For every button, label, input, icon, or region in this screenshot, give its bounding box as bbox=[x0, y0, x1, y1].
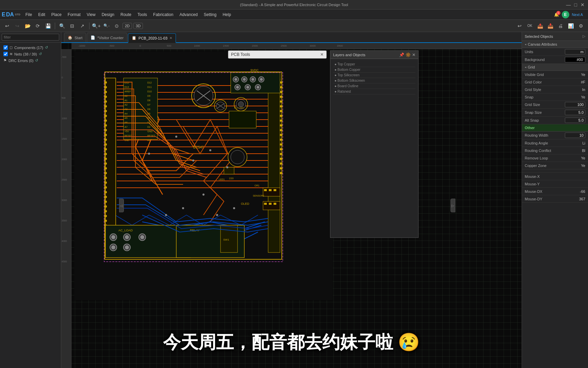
svg-text:AREF: AREF bbox=[125, 90, 131, 93]
next-btn[interactable]: Next A bbox=[572, 13, 583, 17]
components-checkbox[interactable] bbox=[3, 45, 8, 50]
menu-view[interactable]: View bbox=[84, 11, 98, 18]
menu-file[interactable]: File bbox=[23, 11, 35, 18]
grid-color-value[interactable]: #F bbox=[565, 80, 585, 84]
export1-btn[interactable]: 📤 bbox=[536, 21, 544, 30]
svg-rect-68 bbox=[280, 139, 282, 141]
svg-point-167 bbox=[148, 153, 150, 155]
snap-size-value[interactable]: 5.0 bbox=[565, 110, 585, 115]
layer-item[interactable]: ● Ratsnest bbox=[333, 89, 415, 94]
maximize-btn[interactable]: □ bbox=[574, 2, 577, 7]
settings2-btn[interactable]: ⚙ bbox=[576, 21, 585, 30]
nets-checkbox[interactable] bbox=[3, 52, 8, 56]
canvas-attributes-section[interactable]: ◂ Canvas Attributes bbox=[522, 41, 588, 48]
tab-start[interactable]: 🏠 Start bbox=[64, 33, 86, 42]
2d-btn[interactable]: 2D bbox=[122, 23, 132, 29]
routing-angle-value[interactable]: Li bbox=[565, 141, 585, 145]
units-value[interactable]: m bbox=[565, 49, 585, 55]
pcb-tools-panel[interactable]: PCB Tools ✕ bbox=[228, 50, 327, 59]
save-btn[interactable]: 💾 bbox=[44, 21, 52, 30]
export2-btn[interactable]: 📥 bbox=[546, 21, 555, 30]
cursor-btn[interactable]: ↗ bbox=[78, 21, 87, 30]
3d-btn[interactable]: 3D bbox=[133, 23, 143, 29]
layers-pin-icon[interactable]: 📌 bbox=[399, 52, 404, 57]
undo-btn[interactable]: ↩ bbox=[3, 21, 12, 30]
menu-place[interactable]: Place bbox=[49, 11, 64, 18]
ok-btn[interactable]: OK bbox=[525, 21, 534, 30]
layer-item[interactable]: ● Bottom Copper bbox=[333, 67, 415, 73]
sidebar-components[interactable]: ◻ Components (17) ↺ bbox=[2, 44, 59, 51]
notification-icon[interactable]: 🔔 1 bbox=[554, 12, 559, 17]
menu-format[interactable]: Format bbox=[65, 11, 83, 18]
svg-rect-163 bbox=[274, 189, 276, 191]
redo-btn[interactable]: ↪ bbox=[13, 21, 22, 30]
units-label: Units bbox=[525, 50, 565, 54]
layer-item[interactable]: ● Top Silkscreen bbox=[333, 73, 415, 78]
layer-item[interactable]: ● Top Copper bbox=[333, 62, 415, 67]
prop-routing-width: Routing Width 10 bbox=[522, 132, 588, 139]
grid-size-value[interactable]: 100 bbox=[565, 102, 585, 107]
tab-visitor-label: *Visitor Counter bbox=[97, 36, 124, 40]
minimize-btn[interactable]: — bbox=[566, 2, 571, 7]
components-refresh[interactable]: ↺ bbox=[45, 45, 48, 50]
svg-rect-60 bbox=[280, 101, 282, 103]
visible-grid-value[interactable]: Ye bbox=[565, 73, 585, 77]
close-btn[interactable]: ✕ bbox=[581, 2, 585, 7]
menu-setting[interactable]: Setting bbox=[201, 11, 219, 18]
snap-value[interactable]: Ye bbox=[565, 95, 585, 99]
svg-rect-132 bbox=[229, 111, 256, 128]
menu-edit[interactable]: Edit bbox=[35, 11, 48, 18]
svg-rect-23 bbox=[104, 91, 107, 93]
copper-zone-value[interactable]: Ye bbox=[565, 164, 585, 168]
pcb-tools-close[interactable]: ✕ bbox=[320, 52, 324, 57]
sidebar-drc[interactable]: ⚑ DRC Errors (0) ↺ bbox=[2, 57, 59, 64]
svg-point-150 bbox=[140, 235, 144, 239]
svg-text:LED1: LED1 bbox=[219, 178, 225, 181]
align-btn[interactable]: ⊟ bbox=[68, 21, 77, 30]
svg-point-173 bbox=[182, 207, 184, 209]
layers-highlight-icon[interactable]: 🔆 bbox=[406, 52, 411, 57]
tab-pcb-close[interactable]: ✕ bbox=[169, 36, 172, 40]
menu-route[interactable]: Route bbox=[118, 11, 134, 18]
menu-advanced[interactable]: Advanced bbox=[177, 11, 200, 18]
collapse-left-btn[interactable]: ◁ bbox=[119, 199, 124, 212]
menu-tools[interactable]: Tools bbox=[135, 11, 150, 18]
routing-conflict-value[interactable]: Bl bbox=[565, 149, 585, 153]
zoom-out-btn[interactable]: 🔍- bbox=[102, 21, 111, 30]
other-section-header[interactable]: Other bbox=[522, 124, 588, 132]
grid-style-value[interactable]: In bbox=[565, 88, 585, 92]
canvas-area[interactable]: -1000 -500 0 500 1000 1500 2000 2500 300… bbox=[61, 43, 522, 368]
export4-btn[interactable]: 📊 bbox=[566, 21, 575, 30]
svg-rect-63 bbox=[280, 115, 282, 117]
filter-input[interactable] bbox=[2, 34, 59, 41]
menu-fabrication[interactable]: Fabrication bbox=[150, 11, 176, 18]
user-avatar[interactable]: E bbox=[562, 11, 569, 18]
menu-help[interactable]: Help bbox=[220, 11, 234, 18]
tab-pcb[interactable]: 📋 PCB_2020-11-03 ✕ bbox=[128, 33, 176, 43]
remove-loop-value[interactable]: Ye bbox=[565, 156, 585, 160]
right-panel-expand[interactable]: ▷ bbox=[583, 34, 585, 39]
alt-snap-value[interactable]: 5.0 bbox=[565, 118, 585, 123]
layer-item[interactable]: ● Bottom Silkscreen bbox=[333, 78, 415, 83]
app-logo: EDASTD bbox=[2, 12, 20, 18]
fit-btn[interactable]: ⊙ bbox=[112, 21, 121, 30]
layer-item[interactable]: ● Board Outline bbox=[333, 83, 415, 89]
prop-grid-style: Grid Style In bbox=[522, 86, 588, 93]
grid-section[interactable]: ◂ Grid bbox=[522, 64, 588, 71]
bg-value[interactable]: #00 bbox=[565, 57, 585, 62]
undo2-btn[interactable]: ↩ bbox=[515, 21, 524, 30]
layers-close-icon[interactable]: ✕ bbox=[412, 52, 415, 57]
refresh-btn[interactable]: ⟳ bbox=[33, 21, 42, 30]
menu-design[interactable]: Design bbox=[99, 11, 117, 18]
search-btn[interactable]: 🔍 bbox=[58, 21, 66, 30]
drc-refresh[interactable]: ↺ bbox=[35, 58, 38, 63]
zoom-in-btn[interactable]: 🔍+ bbox=[92, 21, 101, 30]
routing-width-value[interactable]: 10 bbox=[565, 133, 585, 138]
sidebar-nets[interactable]: ≋ Nets (38 / 39) ↺ bbox=[2, 51, 59, 57]
svg-rect-50 bbox=[104, 220, 107, 222]
export3-btn[interactable]: 🖨 bbox=[556, 21, 565, 30]
tab-visitor-counter[interactable]: 📄 *Visitor Counter bbox=[87, 33, 127, 42]
collapse-right-btn[interactable]: ▷ bbox=[451, 199, 455, 212]
open-btn[interactable]: 📂 bbox=[23, 21, 32, 30]
nets-refresh[interactable]: ↺ bbox=[39, 52, 42, 56]
